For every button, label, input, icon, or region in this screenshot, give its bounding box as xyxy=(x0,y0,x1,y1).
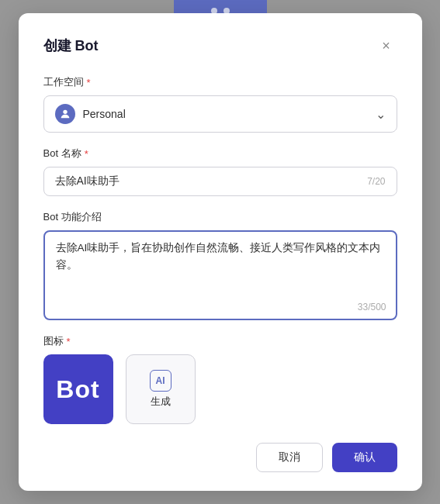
workspace-name: Personal xyxy=(83,108,126,120)
confirm-button[interactable]: 确认 xyxy=(332,443,397,472)
svg-point-0 xyxy=(63,110,67,114)
cancel-button[interactable]: 取消 xyxy=(256,443,323,472)
icon-section: 图标 * Bot AI 生成 xyxy=(43,334,397,424)
bot-description-section: Bot 功能介绍 33/500 xyxy=(43,210,397,320)
bot-name-required-star: * xyxy=(85,148,88,160)
bot-name-input[interactable] xyxy=(55,175,362,188)
bot-description-wrapper: 33/500 xyxy=(43,230,397,320)
close-button[interactable]: × xyxy=(376,35,397,57)
icon-label: 图标 * xyxy=(43,334,397,348)
bot-name-char-count: 7/20 xyxy=(367,176,385,187)
workspace-required-star: * xyxy=(87,77,91,88)
generate-label: 生成 xyxy=(151,395,171,409)
generate-icon-button[interactable]: AI 生成 xyxy=(126,354,196,424)
workspace-left: Personal xyxy=(55,104,126,124)
chevron-down-icon: ⌄ xyxy=(376,107,386,122)
bot-name-input-wrapper: 7/20 xyxy=(43,167,397,196)
bot-description-label: Bot 功能介绍 xyxy=(43,210,397,224)
modal-footer: 取消 确认 xyxy=(43,443,397,472)
workspace-section: 工作空间 * Personal ⌄ xyxy=(43,75,397,133)
create-bot-modal: 创建 Bot × 工作空间 * Personal ⌄ xyxy=(19,13,422,491)
icon-required-star: * xyxy=(67,336,71,347)
icon-options: Bot AI 生成 xyxy=(43,354,397,424)
bot-description-textarea[interactable] xyxy=(56,240,385,294)
workspace-avatar xyxy=(55,104,75,124)
bot-icon-text: Bot xyxy=(56,375,99,404)
modal-header: 创建 Bot × xyxy=(43,35,397,57)
workspace-select[interactable]: Personal ⌄ xyxy=(43,95,397,133)
ai-icon: AI xyxy=(150,370,171,392)
bot-description-char-count: 33/500 xyxy=(358,302,386,312)
bot-name-section: Bot 名称 * 7/20 xyxy=(43,147,397,196)
bot-icon-selected[interactable]: Bot xyxy=(43,354,113,424)
modal-title: 创建 Bot xyxy=(43,36,99,55)
modal-overlay: 创建 Bot × 工作空间 * Personal ⌄ xyxy=(0,0,440,504)
workspace-label: 工作空间 * xyxy=(43,75,397,89)
bot-name-label: Bot 名称 * xyxy=(43,147,397,161)
